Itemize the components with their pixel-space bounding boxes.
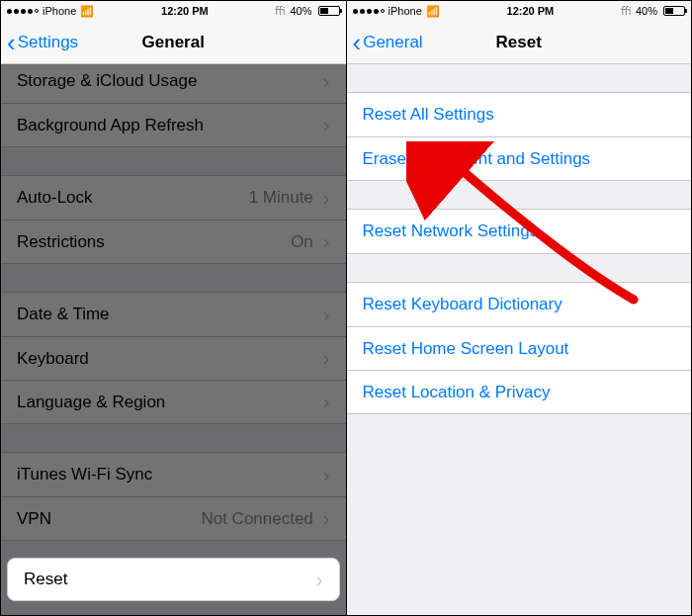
chevron-right-icon: › [323,230,330,253]
row-reset-keyboard-dict[interactable]: Reset Keyboard Dictionary [347,283,692,326]
chevron-right-icon: › [323,507,330,530]
row-background-refresh[interactable]: Background App Refresh › [1,103,346,146]
chevron-right-icon: › [323,391,330,413]
row-date-time[interactable]: Date & Time › [1,293,346,336]
status-bar: iPhone 📶 12:20 PM ﬃ 40% [347,1,692,21]
status-bar: iPhone 📶 12:20 PM ﬃ 40% [1,1,346,21]
row-keyboard[interactable]: Keyboard › [1,336,346,380]
nav-bar: ‹ General Reset [347,21,692,64]
row-reset-location-privacy[interactable]: Reset Location & Privacy [347,370,692,413]
chevron-right-icon: › [323,187,330,210]
chevron-right-icon: › [323,464,330,486]
row-label: Reset [24,570,316,589]
wifi-icon: 📶 [426,5,440,18]
row-itunes-wifi-sync[interactable]: iTunes Wi-Fi Sync › [1,453,346,496]
row-detail: 1 Minute [249,188,313,208]
row-detail: Not Connected [201,509,312,529]
chevron-left-icon: ‹ [353,30,362,55]
row-label: Background App Refresh [17,116,323,135]
row-label: Date & Time [17,305,323,324]
row-label: Keyboard [17,349,323,369]
row-reset[interactable]: Reset › [7,558,340,601]
chevron-right-icon: › [323,304,330,326]
row-label: Storage & iCloud Usage [17,71,323,91]
clock-label: 12:20 PM [507,5,555,17]
row-label: Reset Network Settings [363,221,676,241]
row-label: Auto-Lock [17,188,249,208]
row-restrictions[interactable]: Restrictions On › [1,220,346,263]
row-label: iTunes Wi-Fi Sync [17,465,323,484]
row-label: Reset Home Screen Layout [363,339,676,359]
row-storage-icloud[interactable]: Storage & iCloud Usage › [1,64,346,103]
carrier-label: iPhone [389,5,422,17]
back-label: Settings [18,33,78,52]
row-label: VPN [17,509,201,529]
chevron-right-icon: › [316,569,323,591]
bluetooth-icon: ﬃ [275,5,286,18]
back-label: General [363,33,422,52]
phone-general-screen: iPhone 📶 12:20 PM ﬃ 40% ‹ Settings Gener… [1,1,347,615]
row-auto-lock[interactable]: Auto-Lock 1 Minute › [1,176,346,220]
signal-dots-icon [7,9,39,14]
row-label: Erase All Content and Settings [363,149,676,169]
battery-icon [663,6,685,16]
row-reset-network[interactable]: Reset Network Settings [347,210,692,253]
row-label: Restrictions [17,232,291,252]
row-language-region[interactable]: Language & Region › [1,380,346,423]
row-vpn[interactable]: VPN Not Connected › [1,496,346,540]
bluetooth-icon: ﬃ [621,5,632,18]
back-button[interactable]: ‹ Settings [7,30,78,55]
battery-percent: 40% [636,5,657,17]
chevron-right-icon: › [323,347,330,370]
row-reset-all-settings[interactable]: Reset All Settings [347,93,692,136]
row-detail: On [291,232,313,252]
chevron-left-icon: ‹ [7,30,16,55]
row-label: Reset Location & Privacy [363,383,676,402]
row-label: Reset All Settings [363,105,676,125]
signal-dots-icon [353,9,385,14]
clock-label: 12:20 PM [161,5,209,17]
chevron-right-icon: › [323,70,330,93]
row-label: Language & Region [17,393,323,412]
chevron-right-icon: › [323,114,330,136]
carrier-label: iPhone [43,5,76,17]
nav-bar: ‹ Settings General [1,21,346,64]
row-label: Reset Keyboard Dictionary [363,295,676,314]
wifi-icon: 📶 [80,5,94,18]
battery-icon [318,6,340,16]
back-button[interactable]: ‹ General [353,30,423,55]
phone-reset-screen: iPhone 📶 12:20 PM ﬃ 40% ‹ General Reset … [347,1,692,615]
battery-percent: 40% [290,5,311,17]
row-erase-all-content[interactable]: Erase All Content and Settings [347,136,692,180]
row-reset-home-layout[interactable]: Reset Home Screen Layout [347,326,692,370]
